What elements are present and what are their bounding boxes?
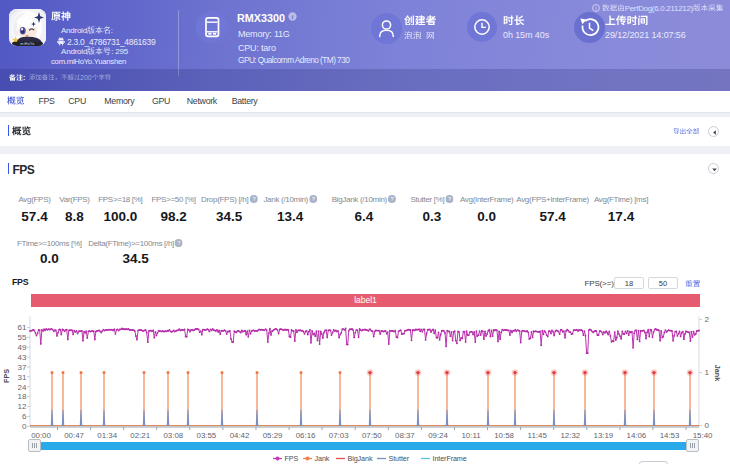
svg-text:01:34: 01:34: [97, 431, 117, 440]
svg-text:BigJank: BigJank: [348, 454, 373, 463]
svg-text:12: 12: [18, 402, 27, 411]
svg-text:InterFrame: InterFrame: [433, 454, 467, 463]
svg-text:1: 1: [705, 368, 710, 377]
svg-text:18: 18: [18, 392, 27, 401]
svg-text:02:21: 02:21: [130, 431, 150, 440]
svg-text:06:16: 06:16: [296, 431, 316, 440]
svg-text:13:19: 13:19: [594, 431, 614, 440]
svg-text:FPS: FPS: [285, 454, 299, 463]
svg-text:09:24: 09:24: [428, 431, 448, 440]
svg-text:05:29: 05:29: [263, 431, 283, 440]
svg-text:61: 61: [18, 323, 27, 332]
svg-text:31: 31: [18, 373, 27, 382]
svg-text:00:47: 00:47: [64, 431, 84, 440]
svg-text:2: 2: [705, 315, 710, 324]
svg-text:14:06: 14:06: [627, 431, 647, 440]
svg-text:11:45: 11:45: [528, 431, 548, 440]
svg-text:08:37: 08:37: [395, 431, 415, 440]
svg-text:07:03: 07:03: [329, 431, 349, 440]
svg-text:55: 55: [18, 333, 27, 342]
svg-text:43: 43: [18, 353, 27, 362]
svg-text:10:11: 10:11: [461, 431, 480, 440]
svg-text:03:55: 03:55: [197, 431, 217, 440]
svg-text:10:58: 10:58: [494, 431, 514, 440]
svg-text:Jank: Jank: [713, 365, 722, 381]
svg-text:12:32: 12:32: [560, 431, 580, 440]
svg-text:0: 0: [22, 422, 27, 431]
svg-text:03:08: 03:08: [163, 431, 183, 440]
svg-text:6: 6: [22, 412, 27, 421]
svg-text:04:42: 04:42: [230, 431, 250, 440]
svg-text:0: 0: [705, 421, 710, 430]
svg-text:Jank: Jank: [315, 454, 330, 463]
svg-text:07:50: 07:50: [362, 431, 382, 440]
svg-text:Stutter: Stutter: [389, 454, 410, 463]
svg-text:14:53: 14:53: [660, 431, 680, 440]
svg-text:37: 37: [18, 363, 27, 372]
svg-text:49: 49: [18, 343, 27, 352]
svg-text:24: 24: [18, 383, 27, 392]
svg-text:FPS: FPS: [2, 369, 11, 383]
